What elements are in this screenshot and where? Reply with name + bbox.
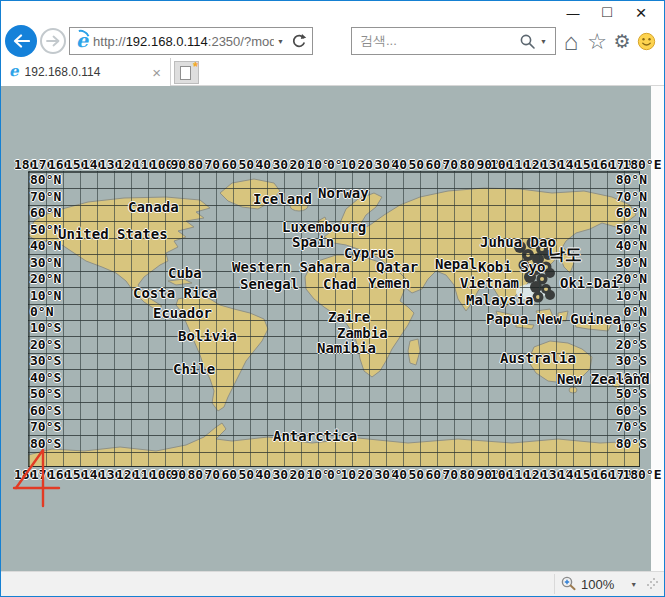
country-label: Luxembourg [282, 219, 366, 235]
back-arrow-icon [13, 34, 30, 48]
tab-bar: e 192.168.0.114 × * [1, 58, 664, 86]
country-label: Norway [318, 185, 369, 201]
new-tab-page-icon [180, 66, 191, 80]
title-bar[interactable]: — □ × [1, 1, 664, 25]
latitude-label-right: 60°N [616, 205, 647, 220]
country-label: United States [58, 226, 168, 242]
latitude-label-right: 70°N [616, 189, 647, 204]
ie-logo-swoosh [70, 27, 92, 48]
browser-window: — □ × e http://192.168.0.114:2350/?mode=… [0, 0, 665, 597]
country-label: Zambia [337, 325, 388, 341]
country-label: New Zealand [557, 371, 650, 387]
search-placeholder: 검색... [360, 32, 519, 50]
forward-button[interactable] [40, 28, 66, 54]
back-button[interactable] [5, 25, 37, 57]
smiley-face-icon [637, 32, 656, 51]
country-label: Costa Rica [133, 285, 217, 301]
latitude-label-left: 40°N [30, 238, 61, 253]
ie-logo-icon: e [76, 29, 88, 51]
home-icon[interactable]: ⌂ [559, 25, 583, 58]
country-label: Ecuador [153, 305, 212, 321]
country-label: Iceland [253, 191, 312, 207]
minimize-button[interactable]: — [556, 1, 590, 25]
settings-gear-icon[interactable]: ⚙ [610, 25, 634, 58]
latitude-label-right: 70°S [616, 419, 647, 434]
latitude-label-left: 60°N [30, 205, 61, 220]
feedback-smiley-icon[interactable] [634, 25, 658, 58]
zoom-control[interactable]: 100% ▼ [561, 572, 637, 596]
longitude-labels-top: 180°170°160°150°140°130°120°110°100°90°8… [28, 157, 640, 171]
tab-ie-icon: e [9, 62, 19, 80]
close-button[interactable]: × [624, 1, 658, 25]
latitude-label-left: 40°S [30, 370, 61, 385]
latitude-label-right: 20°N [616, 271, 647, 286]
latitude-label-left: 10°S [30, 320, 61, 335]
latitude-label-right: 20°S [616, 337, 647, 352]
latitude-label-left: 50°S [30, 386, 61, 401]
latitude-label-right: 30°N [616, 255, 647, 270]
new-tab-star-icon: * [193, 59, 198, 74]
country-label: Yemen [368, 275, 410, 291]
search-dropdown-caret-icon[interactable]: ▼ [540, 38, 547, 45]
latitude-label-right: 80°S [616, 436, 647, 451]
favorites-star-icon[interactable]: ☆ [585, 25, 609, 58]
country-label: Spain [292, 234, 334, 250]
address-bar[interactable]: e http://192.168.0.114:2350/?mode=cei ▼ [69, 27, 313, 55]
zoom-level: 100% [581, 577, 614, 592]
latitude-label-right: 10°N [616, 288, 647, 303]
latitude-label-left: 60°S [30, 403, 61, 418]
longitude-label: 180°E [622, 157, 661, 172]
country-label: Senegal [240, 276, 299, 292]
country-label: Namibia [317, 340, 376, 356]
latitude-label-left: 20°S [30, 337, 61, 352]
search-icon[interactable] [519, 33, 536, 50]
latitude-label-right: 30°S [616, 353, 647, 368]
address-dropdown-caret-icon[interactable]: ▼ [277, 38, 284, 45]
latitude-label-left: 30°N [30, 255, 61, 270]
latitude-label-left: 80°N [30, 172, 61, 187]
country-label: Zaire [328, 309, 370, 325]
latitude-label-right: 50°N [616, 222, 647, 237]
window-controls: — □ × [556, 1, 658, 25]
refresh-button[interactable] [291, 33, 307, 49]
new-tab-button[interactable]: * [174, 61, 199, 84]
country-label: Malaysia [466, 292, 533, 308]
latitude-label-right: 80°N [616, 172, 647, 187]
country-label: Chad [323, 276, 357, 292]
url-text[interactable]: http://192.168.0.114:2350/?mode=cei [93, 34, 274, 49]
latitude-label-left: 10°N [30, 288, 61, 303]
active-tab[interactable]: e 192.168.0.114 × [1, 58, 171, 86]
country-label: Cuba [168, 265, 202, 281]
magnifier-icon [519, 33, 536, 50]
country-label: Papua New Guinea [486, 311, 621, 327]
url-host: 192.168.0.114 [126, 34, 208, 49]
country-label: Vietnam [460, 275, 519, 291]
country-label: Kobi Syo [478, 259, 545, 275]
country-label: Antarctica [273, 428, 357, 444]
country-label: Juhua Dao [480, 234, 556, 250]
zoom-dropdown-caret-icon[interactable]: ▼ [630, 581, 637, 588]
longitude-labels-bottom: 180°170°160°150°140°130°120°110°100°90°8… [28, 467, 640, 481]
country-label: Nepal [435, 256, 477, 272]
forward-arrow-icon [46, 35, 60, 47]
tab-title: 192.168.0.114 [25, 65, 153, 79]
country-label: 낙도 [548, 243, 582, 266]
tab-close-icon[interactable]: × [152, 64, 161, 81]
latitude-label-right: 50°S [616, 386, 647, 401]
navigation-toolbar: e http://192.168.0.114:2350/?mode=cei ▼ … [1, 25, 664, 58]
resize-grip[interactable] [653, 584, 655, 586]
country-label: Canada [128, 199, 179, 215]
world-map[interactable]: 80°N80°N70°N70°N60°N60°N50°N50°N40°N40°N… [28, 171, 640, 467]
zoom-magnifier-icon [561, 576, 577, 592]
search-box[interactable]: 검색... ▼ [351, 27, 556, 55]
longitude-label: 180°E [622, 467, 661, 482]
statusbar-divider [554, 574, 555, 594]
country-label: Chile [173, 361, 215, 377]
country-label: Qatar [376, 259, 418, 275]
status-bar: 100% ▼ [1, 571, 664, 596]
latitude-label-left: 0°N [30, 304, 53, 319]
url-scheme: http:// [93, 34, 126, 49]
latitude-label-left: 70°N [30, 189, 61, 204]
latitude-label-left: 30°S [30, 353, 61, 368]
maximize-button[interactable]: □ [590, 1, 624, 25]
